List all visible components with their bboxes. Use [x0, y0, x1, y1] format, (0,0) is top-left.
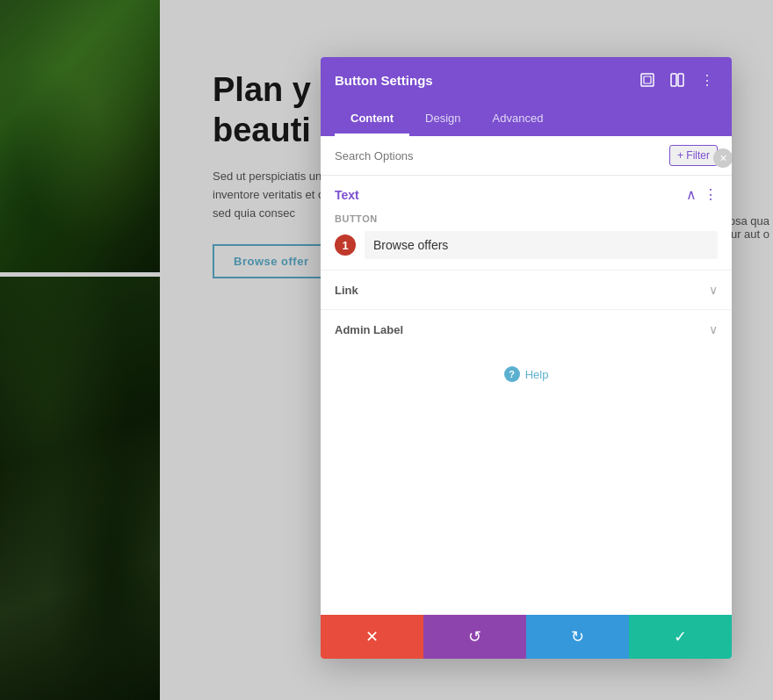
search-input[interactable]: [335, 149, 669, 162]
link-section-title: Link: [335, 284, 358, 297]
button-input-bg: [365, 231, 718, 259]
admin-label-section: Admin Label ∨: [321, 309, 732, 349]
text-section-header: Text ∧ ⋮: [321, 176, 732, 210]
panel-body: Text ∧ ⋮ Button 1 Link ∨ Admin Label: [321, 176, 732, 615]
help-section: ? Help: [321, 349, 732, 400]
help-text[interactable]: Help: [525, 368, 549, 381]
section-actions: ∧ ⋮: [686, 186, 718, 203]
button-field-label: Button: [321, 210, 732, 227]
admin-label-chevron-down-icon: ∨: [709, 322, 718, 336]
link-section-header[interactable]: Link ∨: [321, 271, 732, 309]
admin-label-title: Admin Label: [335, 323, 403, 336]
panel-header-icons: ⋮: [637, 69, 718, 90]
panel-tabs: Content Design Advanced: [321, 103, 732, 136]
more-icon[interactable]: ⋮: [697, 69, 718, 90]
search-bar: + Filter: [321, 136, 732, 176]
panel-header: Button Settings ⋮: [321, 57, 732, 103]
close-button[interactable]: ✕: [713, 148, 732, 168]
redo-button[interactable]: ↻: [526, 615, 629, 659]
layout-icon[interactable]: [667, 69, 688, 90]
step-badge: 1: [335, 235, 356, 256]
svg-rect-1: [644, 76, 651, 83]
link-chevron-down-icon: ∨: [709, 283, 718, 297]
panel-title: Button Settings: [335, 73, 433, 88]
tab-content[interactable]: Content: [335, 103, 409, 136]
button-text-input[interactable]: [373, 238, 709, 252]
text-section-title: Text: [335, 188, 359, 202]
undo-button[interactable]: ↺: [423, 615, 526, 659]
svg-rect-0: [641, 74, 654, 86]
settings-panel: Button Settings ⋮ Content Design Advance…: [321, 57, 732, 659]
tab-design[interactable]: Design: [409, 103, 476, 136]
tab-advanced[interactable]: Advanced: [477, 103, 560, 136]
button-input-row: 1: [321, 227, 732, 270]
window-icon[interactable]: [637, 69, 658, 90]
admin-label-section-header[interactable]: Admin Label ∨: [321, 310, 732, 349]
filter-button[interactable]: + Filter: [669, 145, 718, 166]
help-icon: ?: [504, 366, 520, 382]
confirm-button[interactable]: ✓: [629, 615, 732, 659]
section-collapse-icon[interactable]: ∧: [686, 186, 697, 203]
cancel-button[interactable]: ✕: [321, 615, 423, 659]
section-more-icon[interactable]: ⋮: [704, 186, 718, 203]
panel-footer: ✕ ↺ ↻ ✓: [321, 615, 732, 659]
link-section: Link ∨: [321, 270, 732, 309]
svg-rect-3: [678, 74, 683, 86]
svg-rect-2: [671, 74, 676, 86]
